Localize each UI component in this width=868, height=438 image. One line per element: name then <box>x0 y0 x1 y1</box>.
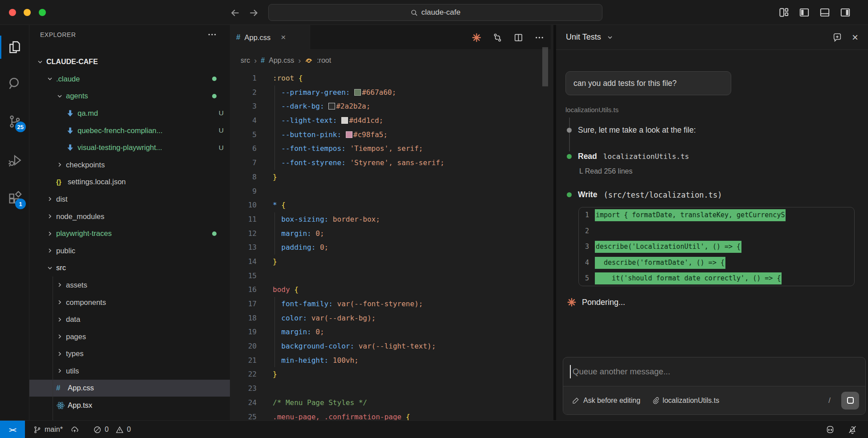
slash-command-hint[interactable]: / <box>828 396 831 405</box>
explorer-icon[interactable] <box>0 33 29 61</box>
sync-icon[interactable] <box>70 426 79 434</box>
code-line-7[interactable]: 7 --font-styrene: 'Styrene', sans-serif; <box>230 156 551 170</box>
source-control-icon[interactable]: 25 <box>0 107 29 136</box>
branch-status[interactable]: main* <box>33 426 79 434</box>
code-line-23[interactable]: 23 <box>230 381 551 396</box>
code-line-18[interactable]: 18 color: var(--dark-bg); <box>230 311 551 325</box>
code-line-24[interactable]: 24/* Menu Page Styles */ <box>230 396 551 410</box>
copilot-icon[interactable] <box>825 425 835 434</box>
search-view-icon[interactable] <box>0 69 29 98</box>
tree-item-pages[interactable]: pages <box>29 328 230 345</box>
tree-item-root[interactable]: CLAUDE-CAFE <box>29 53 230 71</box>
tree-item--claude[interactable]: .claude <box>29 70 230 88</box>
attachment-chip[interactable]: localizationUtils.ts <box>652 397 719 405</box>
code-line-2[interactable]: 2 --primary-green: #667a60; <box>230 85 551 100</box>
chevron-down-icon[interactable] <box>606 34 614 41</box>
extensions-icon[interactable]: 1 <box>0 184 29 213</box>
tree-item-utils[interactable]: utils <box>29 362 230 380</box>
code-line-20[interactable]: 20 background-color: var(--light-text); <box>230 339 551 353</box>
code-line-6[interactable]: 6 --font-tiempos: 'Tiempos', serif; <box>230 142 551 156</box>
notifications-muted-icon[interactable] <box>848 425 857 434</box>
breadcrumb-src[interactable]: src <box>241 57 250 65</box>
more-actions-icon[interactable] <box>534 32 545 43</box>
breadcrumb-file[interactable]: App.css <box>269 57 294 65</box>
tree-item-dist[interactable]: dist <box>29 191 230 208</box>
code-line-19[interactable]: 19 margin: 0; <box>230 325 551 339</box>
color-swatch[interactable] <box>354 89 361 96</box>
remote-indicator[interactable]: >< <box>0 421 25 438</box>
split-editor-icon[interactable] <box>513 32 524 43</box>
tree-item-app-tsx[interactable]: App.tsx <box>29 397 230 414</box>
color-swatch[interactable] <box>328 103 335 110</box>
problems-status[interactable]: 0 0 <box>93 426 131 434</box>
tab-close-icon[interactable]: × <box>281 32 286 42</box>
explorer-more-actions-icon[interactable] <box>208 31 217 38</box>
tree-item-visual-testing-playwright-[interactable]: visual-testing-playwright...U <box>29 139 230 156</box>
diff-code-block[interactable]: 1import { formatDate, translateKey, getC… <box>578 207 855 286</box>
line-number: 9 <box>230 184 257 199</box>
customize-layout-icon[interactable] <box>778 7 790 18</box>
tree-item-app-css[interactable]: #App.css <box>29 380 230 397</box>
back-icon[interactable] <box>229 7 241 19</box>
code-line-1[interactable]: 1:root { <box>230 71 551 85</box>
tree-item-playwright-traces[interactable]: playwright-traces <box>29 225 230 242</box>
tree-item-qa-md[interactable]: qa.mdU <box>29 105 230 122</box>
context-file-label[interactable]: localizationUtils.ts <box>565 106 618 114</box>
code-line-5[interactable]: 5 --button-pink: #c98fa5; <box>230 128 551 142</box>
tree-item-src[interactable]: src <box>29 260 230 277</box>
code-line-12[interactable]: 12 margin: 0; <box>230 227 551 241</box>
code-line-11[interactable]: 11 box-sizing: border-box; <box>230 212 551 227</box>
tab-app-css[interactable]: # App.css × <box>230 25 310 50</box>
chat-title[interactable]: Unit Tests <box>566 32 601 42</box>
chat-input-box[interactable]: Queue another message... Ask before edit… <box>563 357 866 415</box>
window-close-button[interactable] <box>9 9 16 16</box>
git-compare-icon[interactable] <box>492 32 503 43</box>
code-line-15[interactable]: 15 <box>230 269 551 283</box>
color-swatch[interactable] <box>341 117 348 124</box>
code-line-16[interactable]: 16body { <box>230 283 551 297</box>
toggle-panel-icon[interactable] <box>819 7 831 18</box>
window-minimize-button[interactable] <box>24 9 31 16</box>
toggle-primary-sidebar-icon[interactable] <box>798 7 810 18</box>
code-line-3[interactable]: 3 --dark-bg: #2a2b2a; <box>230 99 551 114</box>
breadcrumb[interactable]: src › # App.css › :root <box>241 50 331 71</box>
color-swatch[interactable] <box>346 131 352 138</box>
breadcrumb-symbol[interactable]: :root <box>317 57 331 65</box>
tree-item-assets[interactable]: assets <box>29 276 230 294</box>
code-text: padding: 0; <box>273 240 328 255</box>
code-line-8[interactable]: 8} <box>230 170 551 184</box>
write-step-row[interactable]: Write (src/test/localization.ts) <box>567 190 722 199</box>
tree-item-node-modules[interactable]: node_modules <box>29 208 230 225</box>
run-debug-icon[interactable] <box>0 146 29 174</box>
code-line-10[interactable]: 10* { <box>230 198 551 212</box>
claude-sparkle-icon[interactable] <box>471 32 482 43</box>
forward-icon[interactable] <box>248 7 259 19</box>
code-line-9[interactable]: 9 <box>230 184 551 199</box>
code-line-4[interactable]: 4 --light-text: #d4d1cd; <box>230 114 551 128</box>
tree-item-agents[interactable]: agents <box>29 88 230 105</box>
stop-button[interactable] <box>841 392 859 410</box>
tree-item-settings-local-json[interactable]: {}settings.local.json <box>29 174 230 191</box>
code-line-13[interactable]: 13 padding: 0; <box>230 240 551 255</box>
tree-item-components[interactable]: components <box>29 294 230 311</box>
command-center-search[interactable]: claude-cafe <box>268 4 602 21</box>
chat-input-field[interactable]: Queue another message... <box>563 357 865 386</box>
tree-item-checkpoints[interactable]: checkpoints <box>29 156 230 174</box>
toggle-secondary-sidebar-icon[interactable] <box>839 7 851 18</box>
tree-item-quebec-french-complian-[interactable]: quebec-french-complian...U <box>29 122 230 139</box>
code-line-21[interactable]: 21 min-height: 100vh; <box>230 353 551 368</box>
window-zoom-button[interactable] <box>39 9 46 16</box>
untracked-badge: U <box>219 144 224 152</box>
edit-mode-selector[interactable]: Ask before editing <box>572 397 640 405</box>
read-step-row[interactable]: Read localizationUtils.ts <box>567 152 689 161</box>
editor-scrollbar[interactable] <box>542 47 548 86</box>
close-panel-icon[interactable]: × <box>852 32 858 43</box>
code-editor[interactable]: 1:root {2 --primary-green: #667a60;3 --d… <box>230 71 551 424</box>
code-line-17[interactable]: 17 font-family: var(--font-styrene); <box>230 297 551 311</box>
code-line-14[interactable]: 14} <box>230 255 551 269</box>
new-chat-icon[interactable] <box>832 32 842 42</box>
tree-item-public[interactable]: public <box>29 242 230 260</box>
tree-item-data[interactable]: data <box>29 311 230 328</box>
code-line-22[interactable]: 22} <box>230 367 551 381</box>
tree-item-types[interactable]: types <box>29 345 230 363</box>
